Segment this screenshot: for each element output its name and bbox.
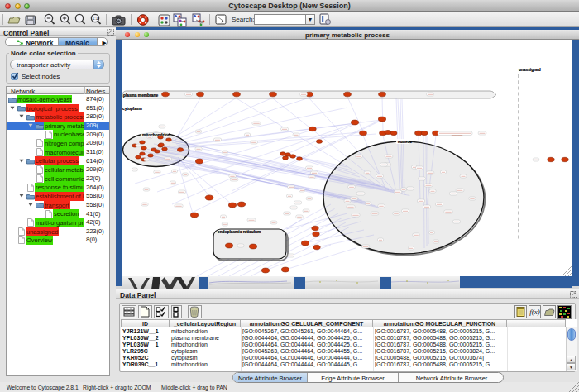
- svg-text:endoplasmic reticulum: endoplasmic reticulum: [218, 230, 261, 234]
- svg-text:unassigned: unassigned: [519, 68, 541, 72]
- svg-text:1:1: 1:1: [93, 16, 98, 21]
- svg-text:plasma membrane: plasma membrane: [123, 93, 158, 98]
- svg-text:f(x): f(x): [529, 308, 540, 316]
- svg-text:cytoplasm: cytoplasm: [122, 107, 142, 111]
- svg-text:mitochondrion: mitochondrion: [142, 133, 170, 137]
- svg-text:nucleus: nucleus: [398, 140, 412, 144]
